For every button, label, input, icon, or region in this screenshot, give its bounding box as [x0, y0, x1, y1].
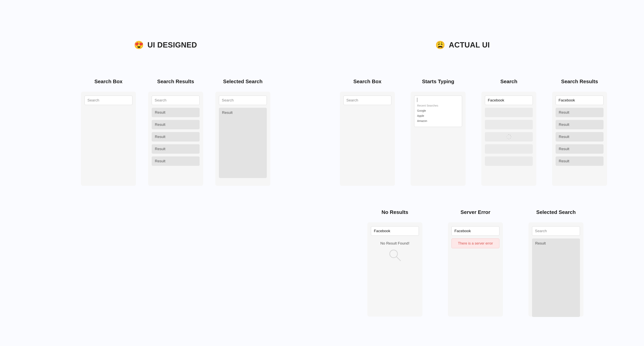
phone-card: Search Result Result Result Result Resul…	[148, 92, 203, 186]
skeleton-row	[485, 156, 533, 166]
recent-item[interactable]: Amazon	[417, 119, 459, 122]
svg-line-9	[397, 257, 400, 261]
svg-point-0	[508, 134, 509, 135]
search-input[interactable]: Facebook	[556, 96, 604, 105]
recent-heading: Recent Searches	[417, 104, 459, 107]
skeleton-row	[485, 144, 533, 154]
actual-selected-col: Selected Search Search Result	[528, 209, 584, 317]
phone-card: Recent Searches Google Apple Amazon	[410, 92, 466, 186]
svg-point-1	[510, 135, 510, 136]
actual-results-col: Search Results Facebook Result Result Re…	[552, 78, 607, 186]
weary-emoji-icon: 😩	[435, 40, 446, 50]
search-input[interactable]: Facebook	[371, 226, 419, 236]
result-item[interactable]: Result	[152, 120, 200, 129]
result-item[interactable]: Result	[556, 108, 604, 117]
error-banner: There is a server error	[452, 238, 500, 248]
text-cursor-icon	[417, 98, 417, 102]
selected-detail: Result	[219, 108, 267, 178]
recent-item[interactable]: Apple	[417, 114, 459, 117]
svg-point-8	[390, 250, 398, 258]
svg-point-5	[507, 138, 508, 139]
state-label: Selected Search	[528, 209, 584, 215]
search-input[interactable]: Search	[344, 96, 391, 105]
state-label: Selected Search	[215, 78, 270, 85]
left-section-title: 😍 UI DESIGNED	[134, 40, 197, 50]
search-input[interactable]: Facebook	[485, 96, 533, 105]
search-dropdown[interactable]: Recent Searches Google Apple Amazon	[414, 96, 462, 127]
phone-card: Facebook	[481, 92, 536, 186]
result-item[interactable]: Result	[556, 156, 604, 166]
search-input[interactable]: Search	[84, 96, 132, 105]
phone-card: Facebook Result Result Result Result Res…	[552, 92, 607, 186]
designed-searchbox-col: Search Box Search	[81, 78, 136, 186]
designed-results-col: Search Results Search Result Result Resu…	[148, 78, 203, 186]
state-label: Search Box	[81, 78, 136, 85]
phone-card: Search Result	[215, 92, 270, 186]
result-item[interactable]: Result	[556, 120, 604, 129]
result-item[interactable]: Result	[556, 144, 604, 154]
state-label: No Results	[368, 209, 422, 215]
designed-selected-col: Selected Search Search Result	[215, 78, 270, 186]
right-section-title-text: ACTUAL UI	[449, 41, 490, 49]
state-label: Starts Typing	[410, 78, 466, 85]
recent-item[interactable]: Google	[417, 109, 459, 112]
skeleton-row	[485, 120, 533, 129]
actual-typing-col: Starts Typing Recent Searches Google App…	[410, 78, 466, 186]
no-result-text: No Result Found!	[371, 241, 419, 246]
no-result-wrap: No Result Found!	[371, 241, 419, 262]
selected-detail: Result	[532, 238, 580, 317]
state-label: Search Box	[340, 78, 395, 85]
actual-error-col: Server Error Facebook There is a server …	[448, 209, 503, 317]
phone-card: Facebook No Result Found!	[368, 222, 422, 317]
search-input[interactable]: Search	[219, 96, 267, 105]
result-item[interactable]: Result	[556, 132, 604, 141]
svg-point-7	[507, 135, 508, 135]
right-section-title: 😩 ACTUAL UI	[435, 40, 490, 50]
phone-card: Search	[340, 92, 395, 186]
heart-eyes-emoji-icon: 😍	[134, 40, 144, 50]
spinner-icon	[506, 134, 512, 140]
svg-point-2	[511, 137, 512, 137]
result-item[interactable]: Result	[152, 132, 200, 141]
left-section-title-text: UI DESIGNED	[148, 41, 197, 49]
result-item[interactable]: Result	[152, 156, 200, 166]
actual-searchbox-col: Search Box Search	[340, 78, 395, 186]
svg-point-4	[509, 139, 509, 139]
result-item[interactable]: Result	[152, 108, 200, 117]
state-label: Search Results	[148, 78, 203, 85]
actual-noresults-col: No Results Facebook No Result Found!	[368, 209, 422, 317]
phone-card: Search	[81, 92, 136, 186]
state-label: Server Error	[448, 209, 503, 215]
svg-point-6	[506, 137, 507, 137]
state-label: Search	[481, 78, 536, 85]
result-item[interactable]: Result	[152, 144, 200, 154]
search-input[interactable]: Search	[152, 96, 200, 105]
svg-point-3	[510, 138, 510, 139]
phone-card: Facebook There is a server error	[448, 222, 503, 317]
skeleton-row	[485, 108, 533, 117]
state-label: Search Results	[552, 78, 607, 85]
actual-loading-col: Search Facebook	[481, 78, 536, 186]
skeleton-row-loading	[485, 132, 533, 141]
search-input[interactable]: Facebook	[452, 226, 500, 236]
magnifier-icon	[388, 248, 402, 262]
search-input[interactable]: Search	[532, 226, 580, 236]
phone-card: Search Result	[528, 222, 584, 317]
